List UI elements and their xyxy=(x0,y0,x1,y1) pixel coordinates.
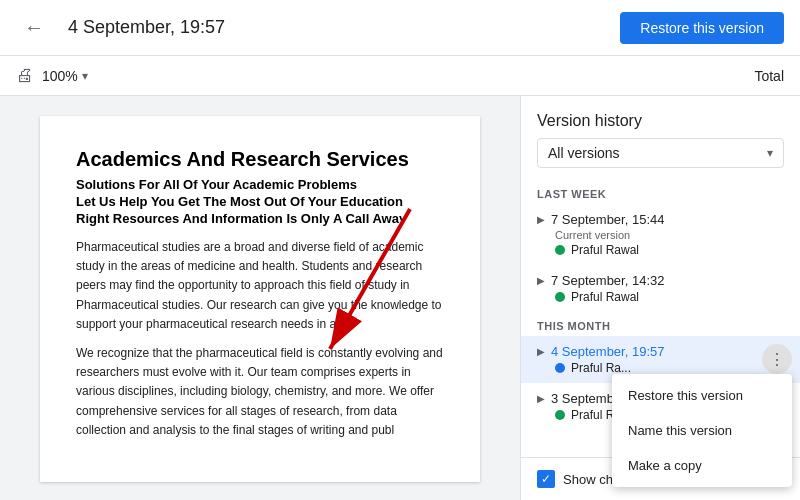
zoom-value: 100% xyxy=(42,68,78,84)
version-user-2: Praful Rawal xyxy=(555,290,784,304)
version-item-sept7-1544[interactable]: ▶ 7 September, 15:44 Current version Pra… xyxy=(521,204,800,265)
doc-subtitle1: Solutions For All Of Your Academic Probl… xyxy=(76,177,444,192)
document-page: Academics And Research Services Solution… xyxy=(40,116,480,482)
version-item-header-3: ▶ 4 September, 19:57 xyxy=(537,344,784,359)
version-item-wrapper-3: ▶ 4 September, 19:57 Praful Ra... ⋮ Rest… xyxy=(521,336,800,383)
context-menu-copy[interactable]: Make a copy xyxy=(612,448,792,483)
version-user-3: Praful Ra... xyxy=(555,361,784,375)
context-menu: Restore this version Name this version M… xyxy=(612,374,792,487)
version-filter-dropdown[interactable]: All versions ▾ xyxy=(537,138,784,168)
user-name-3: Praful Ra... xyxy=(571,361,631,375)
toolbar: ← 4 September, 19:57 Restore this versio… xyxy=(0,0,800,56)
version-date-sept7-1544: 7 September, 15:44 xyxy=(551,212,664,227)
show-changes-checkbox[interactable]: ✓ xyxy=(537,470,555,488)
version-history-sidebar: Version history All versions ▾ LAST WEEK… xyxy=(520,96,800,500)
version-item-header: ▶ 7 September, 15:44 xyxy=(537,212,784,227)
version-filter-arrow-icon: ▾ xyxy=(767,146,773,160)
version-item-header-2: ▶ 7 September, 14:32 xyxy=(537,273,784,288)
doc-para1: Pharmaceutical studies are a broad and d… xyxy=(76,238,444,334)
context-menu-restore[interactable]: Restore this version xyxy=(612,378,792,413)
total-text: Total xyxy=(754,68,784,84)
zoom-control[interactable]: 100% ▾ xyxy=(42,68,88,84)
version-expand-icon-4: ▶ xyxy=(537,393,545,404)
user-dot-green xyxy=(555,245,565,255)
zoom-arrow-icon: ▾ xyxy=(82,69,88,83)
version-item-sept7-1432[interactable]: ▶ 7 September, 14:32 Praful Rawal xyxy=(521,265,800,312)
section-this-month: THIS MONTH xyxy=(521,312,800,336)
user-name-2: Praful Rawal xyxy=(571,290,639,304)
secondary-toolbar: 🖨 100% ▾ Total xyxy=(0,56,800,96)
doc-subtitle3: Right Resources And Information Is Only … xyxy=(76,211,444,226)
sidebar-title: Version history xyxy=(521,96,800,138)
version-item-wrapper-1: ▶ 7 September, 15:44 Current version Pra… xyxy=(521,204,800,265)
version-date-sept4-1957: 4 September, 19:57 xyxy=(551,344,664,359)
context-menu-name[interactable]: Name this version xyxy=(612,413,792,448)
user-dot-green-4 xyxy=(555,410,565,420)
version-expand-icon-3: ▶ xyxy=(537,346,545,357)
main-area: Academics And Research Services Solution… xyxy=(0,96,800,500)
restore-button[interactable]: Restore this version xyxy=(620,12,784,44)
version-expand-icon: ▶ xyxy=(537,214,545,225)
document-body: Pharmaceutical studies are a broad and d… xyxy=(76,238,444,440)
version-menu-button[interactable]: ⋮ xyxy=(762,344,792,374)
user-dot-green-2 xyxy=(555,292,565,302)
version-date-sept7-1432: 7 September, 14:32 xyxy=(551,273,664,288)
version-filter-label: All versions xyxy=(548,145,620,161)
doc-title: Academics And Research Services xyxy=(76,148,444,171)
document-area: Academics And Research Services Solution… xyxy=(0,96,520,500)
section-last-week: LAST WEEK xyxy=(521,180,800,204)
version-user-1: Praful Rawal xyxy=(555,243,784,257)
back-button[interactable]: ← xyxy=(16,10,52,46)
user-dot-blue xyxy=(555,363,565,373)
doc-subtitle2: Let Us Help You Get The Most Out Of Your… xyxy=(76,194,444,209)
print-icon[interactable]: 🖨 xyxy=(16,65,34,86)
version-expand-icon-2: ▶ xyxy=(537,275,545,286)
user-name-1: Praful Rawal xyxy=(571,243,639,257)
version-item-wrapper-2: ▶ 7 September, 14:32 Praful Rawal xyxy=(521,265,800,312)
version-current-tag: Current version xyxy=(555,229,784,241)
toolbar-date: 4 September, 19:57 xyxy=(68,17,604,38)
doc-para2: We recognize that the pharmaceutical fie… xyxy=(76,344,444,440)
